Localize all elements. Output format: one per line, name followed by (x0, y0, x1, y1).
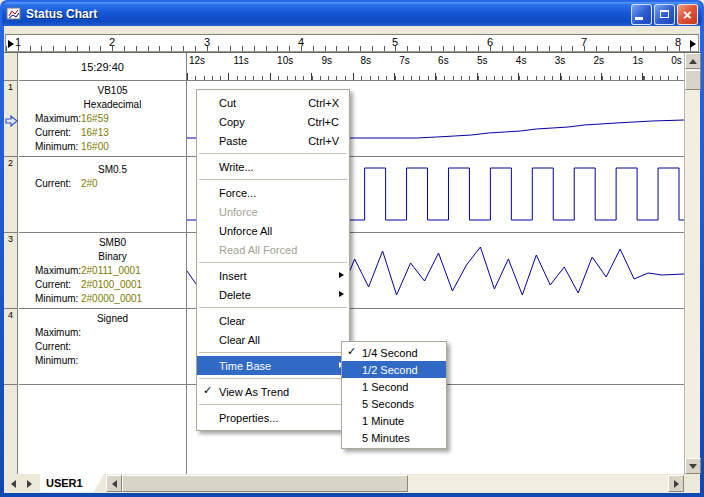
maximize-button[interactable] (654, 4, 675, 25)
shortcut-label: Ctrl+V (298, 135, 339, 147)
menu-item-clear[interactable]: Clear (197, 311, 349, 330)
value-label: Maximum: (35, 112, 81, 126)
row-number-2[interactable]: 2 (4, 157, 17, 233)
ruler-mark: 4 (296, 36, 306, 48)
menu-item-insert[interactable]: Insert (197, 266, 349, 285)
time-axis-label: 2s (594, 55, 605, 80)
time-axis-label: 3s (555, 55, 566, 80)
menu-item-unforce: Unforce (197, 202, 349, 221)
row-4-format: Signed (19, 312, 186, 326)
menu-item-paste[interactable]: PasteCtrl+V (197, 131, 349, 150)
menu-separator (199, 179, 347, 180)
arrow-left-icon (11, 480, 16, 488)
value-label: Minimum: (35, 140, 81, 154)
tab-scroll-right-button[interactable] (22, 476, 37, 491)
value-text: 16#13 (81, 126, 109, 140)
menu-separator (199, 352, 347, 353)
maximize-icon (660, 10, 669, 18)
row-number-3[interactable]: 3 (4, 233, 17, 309)
arrow-right-icon (27, 480, 32, 488)
minimize-button[interactable] (631, 4, 652, 25)
menu-separator (199, 378, 347, 379)
value-label: Maximum: (35, 264, 81, 278)
arrow-right-icon (674, 480, 679, 488)
minimize-icon (635, 17, 643, 20)
time-axis-label: 12s (189, 55, 205, 80)
submenu-item-quarter-second[interactable]: 1/4 Second (342, 344, 446, 361)
arrow-down-icon (689, 464, 697, 469)
menu-item-cut[interactable]: CutCtrl+X (197, 93, 349, 112)
time-axis: 12s 11s 10s 9s 8s 7s 6s 5s 4s 3s 2s 1s 0… (187, 53, 684, 81)
submenu-item-one-second[interactable]: 1 Second (342, 378, 446, 395)
menu-item-copy[interactable]: CopyCtrl+C (197, 112, 349, 131)
row-3-format: Binary (19, 250, 186, 264)
menu-item-view-as-trend[interactable]: View As Trend (197, 382, 349, 401)
row-number-4[interactable]: 4 (4, 309, 17, 385)
context-menu: CutCtrl+X CopyCtrl+C PasteCtrl+V Write..… (196, 89, 350, 431)
menu-item-properties[interactable]: Properties... (197, 408, 349, 427)
row-1-format: Hexadecimal (19, 98, 186, 112)
menu-item-delete[interactable]: Delete (197, 285, 349, 304)
submenu-item-half-second[interactable]: 1/2 Second (342, 361, 446, 378)
time-axis-label: 4s (516, 55, 527, 80)
time-axis-label: 5s (477, 55, 488, 80)
row-2-address: SM0.5 (19, 163, 186, 177)
time-axis-label: 11s (233, 55, 248, 80)
submenu-item-five-minutes[interactable]: 5 Minutes (342, 429, 446, 446)
close-button[interactable]: × (677, 4, 698, 25)
value-text: 16#59 (81, 112, 109, 126)
time-axis-label: 9s (322, 55, 333, 80)
ruler-mark: 8 (673, 36, 683, 48)
value-text: 2#0000_0001 (81, 292, 142, 306)
time-header: 15:29:40 (19, 53, 186, 81)
vertical-scrollbar-thumb[interactable] (685, 70, 701, 90)
menu-item-unforce-all[interactable]: Unforce All (197, 221, 349, 240)
tab-user1[interactable]: USER1 (40, 474, 104, 492)
menu-separator (199, 404, 347, 405)
operand-column: 15:29:40 VB105 Hexadecimal Maximum:16#59… (19, 53, 186, 474)
time-axis-label: 6s (438, 55, 449, 80)
horizontal-scrollbar[interactable] (106, 475, 684, 492)
value-text: 2#0 (81, 177, 98, 191)
tab-scroll-left-button[interactable] (6, 476, 21, 491)
vertical-scrollbar[interactable] (684, 53, 700, 474)
submenu-item-five-seconds[interactable]: 5 Seconds (342, 395, 446, 412)
ruler-right-marker-icon[interactable] (690, 40, 696, 48)
time-axis-label: 10s (277, 55, 293, 80)
row-1-address: VB105 (19, 84, 186, 98)
arrow-up-icon (689, 59, 697, 64)
menu-separator (199, 307, 347, 308)
bottom-bar: USER1 (4, 474, 700, 493)
row-3-cell[interactable]: SMB0 Binary Maximum:2#0111_0001 Current:… (19, 233, 186, 309)
row-2-cell[interactable]: SM0.5 Current:2#0 (19, 157, 186, 233)
row-number-gutter: 1 2 3 4 (4, 53, 18, 474)
close-icon: × (683, 7, 692, 22)
row-3-address: SMB0 (19, 236, 186, 250)
horizontal-ruler: 1 2 3 4 5 6 7 8 (5, 34, 699, 52)
submenu-item-one-minute[interactable]: 1 Minute (342, 412, 446, 429)
horizontal-scrollbar-thumb[interactable] (122, 475, 408, 492)
row-1-cell[interactable]: VB105 Hexadecimal Maximum:16#59 Current:… (19, 81, 186, 157)
hscroll-right-button[interactable] (668, 475, 684, 492)
value-label: Current: (35, 126, 81, 140)
value-text: 2#0100_0001 (81, 278, 142, 292)
status-chart-window: Status Chart × 1 2 3 4 5 6 7 8 1 2 (0, 0, 704, 497)
value-label: Minimum: (35, 292, 81, 306)
row-4-cell[interactable]: Signed Maximum: Current: Minimum: (19, 309, 186, 385)
time-axis-label: 1s (632, 55, 643, 80)
menu-item-time-base[interactable]: Time Base (197, 356, 349, 375)
value-label: Current: (35, 278, 81, 292)
title-bar[interactable]: Status Chart × (2, 2, 702, 26)
menu-item-force[interactable]: Force... (197, 183, 349, 202)
hscroll-left-button[interactable] (106, 475, 122, 492)
menu-separator (199, 153, 347, 154)
scroll-up-button[interactable] (685, 53, 701, 69)
checkmark-icon (203, 384, 212, 397)
value-text: 2#0111_0001 (81, 264, 141, 278)
gutter-header-cell (4, 53, 17, 81)
menu-item-write[interactable]: Write... (197, 157, 349, 176)
menu-item-clear-all[interactable]: Clear All (197, 330, 349, 349)
time-axis-label: 7s (399, 55, 410, 80)
value-label: Minimum: (35, 354, 81, 368)
scroll-down-button[interactable] (685, 458, 701, 474)
